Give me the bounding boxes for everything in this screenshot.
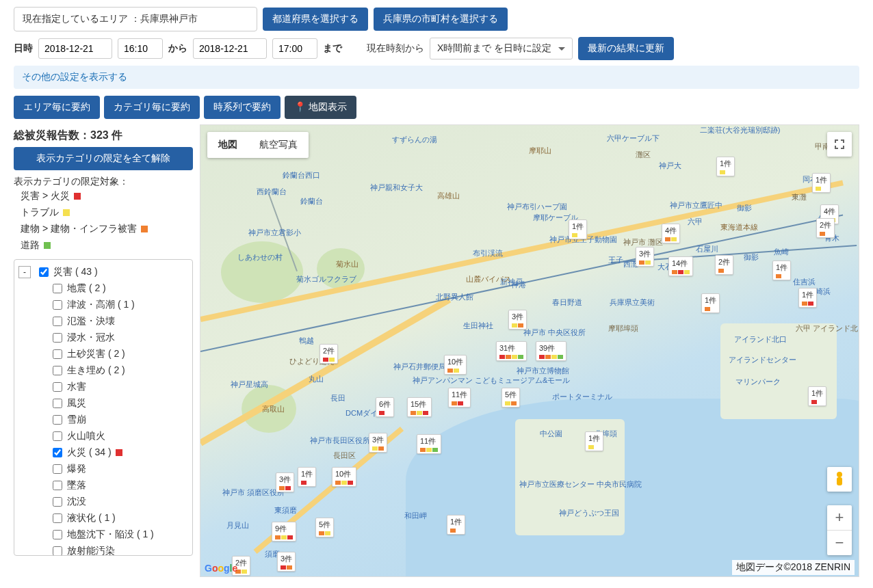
tree-checkbox[interactable] [53, 317, 62, 326]
map-marker[interactable]: 9件 [272, 522, 296, 542]
tree-child-item[interactable]: 火山噴火 [17, 428, 190, 444]
map-marker[interactable]: 15件 [407, 397, 432, 417]
map-marker[interactable]: 1件 [812, 173, 831, 193]
from-time-input[interactable] [118, 38, 163, 59]
tree-checkbox[interactable] [53, 448, 62, 457]
tree-child-item[interactable]: 放射能汚染 [17, 543, 190, 556]
map-place-label: 丸山 [309, 374, 324, 384]
tree-checkbox[interactable] [53, 546, 62, 556]
tree-checkbox[interactable] [53, 513, 62, 523]
tree-toggle[interactable]: - [18, 266, 31, 278]
tree-checkbox[interactable] [53, 415, 62, 425]
tree-checkbox[interactable] [53, 300, 62, 310]
tree-checkbox[interactable] [53, 284, 62, 293]
map-marker[interactable]: 1件 [569, 219, 587, 239]
release-category-button[interactable]: 表示カテゴリの限定を全て解除 [14, 147, 193, 170]
other-settings-toggle[interactable]: その他の設定を表示する [14, 66, 859, 89]
tree-child-item[interactable]: 津波・高潮 ( 1 ) [17, 297, 190, 313]
tree-checkbox[interactable] [53, 366, 62, 375]
legend-item: 道路 [14, 237, 193, 254]
tree-child-item[interactable]: 沈没 [17, 494, 190, 510]
tree-child-item[interactable]: 爆発 [17, 461, 190, 477]
map-marker[interactable]: 6件 [376, 397, 394, 417]
map-marker[interactable]: 39件 [536, 341, 566, 361]
tree-checkbox[interactable] [53, 349, 62, 359]
pegman-icon [833, 471, 846, 487]
tree-root-item[interactable]: -災害 ( 43 ) [17, 264, 190, 280]
map-type-switch[interactable]: 地図 航空写真 [207, 132, 309, 158]
map-marker[interactable]: 1件 [798, 288, 817, 308]
tree-child-item[interactable]: 浸水・冠水 [17, 330, 190, 346]
map-marker[interactable]: 3件 [369, 433, 387, 453]
map-marker[interactable]: 1件 [716, 157, 735, 176]
tree-child-item[interactable]: 雪崩 [17, 412, 190, 428]
map-marker[interactable]: 1件 [808, 386, 826, 406]
tree-child-item[interactable]: 水害 [17, 379, 190, 395]
map-place-label: しあわせの村 [237, 252, 283, 263]
tree-checkbox[interactable] [53, 530, 62, 539]
tree-checkbox[interactable] [39, 267, 49, 277]
select-city-button[interactable]: 兵庫県の市町村を選択する [374, 8, 508, 31]
map-marker[interactable]: 11件 [417, 434, 441, 454]
legend-item: 建物 > 建物・インフラ被害 [14, 221, 193, 237]
tree-checkbox[interactable] [53, 399, 62, 408]
zoom-control[interactable]: + − [827, 505, 852, 555]
category-tree[interactable]: -災害 ( 43 )地震 ( 2 )津波・高潮 ( 1 )氾濫・決壊浸水・冠水土… [14, 259, 193, 556]
map-marker[interactable]: 10件 [332, 467, 356, 487]
map-marker[interactable]: 1件 [298, 467, 316, 487]
to-date-input[interactable] [193, 38, 267, 59]
map-tab-satellite[interactable]: 航空写真 [248, 132, 309, 158]
tree-checkbox[interactable] [53, 382, 62, 392]
tree-child-item[interactable]: 地盤沈下・陥没 ( 1 ) [17, 526, 190, 543]
zoom-out-button[interactable]: − [827, 531, 852, 555]
summary-area-button[interactable]: エリア毎に要約 [14, 96, 100, 119]
map-marker[interactable]: 2件 [816, 218, 835, 238]
map-marker[interactable]: 3件 [276, 472, 294, 492]
map-marker[interactable]: 11件 [448, 388, 471, 407]
map-marker[interactable]: 31件 [496, 341, 527, 361]
from-date-input[interactable] [38, 38, 112, 59]
tree-child-item[interactable]: 土砂災害 ( 2 ) [17, 346, 190, 362]
map-marker[interactable]: 10件 [444, 355, 467, 375]
map-marker[interactable]: 1件 [772, 260, 791, 280]
tree-child-item[interactable]: 氾濫・決壊 [17, 313, 190, 330]
summary-category-button[interactable]: カテゴリ毎に要約 [104, 96, 200, 119]
map-marker[interactable]: 2件 [320, 344, 338, 364]
to-time-input[interactable] [272, 38, 317, 59]
tree-label: 津波・高潮 ( 1 ) [67, 299, 135, 311]
tree-child-item[interactable]: 墜落 [17, 477, 190, 494]
select-prefecture-button[interactable]: 都道府県を選択する [263, 8, 368, 31]
tree-child-item[interactable]: 地震 ( 2 ) [17, 280, 190, 297]
tree-child-item[interactable]: 風災 [17, 395, 190, 412]
map-marker[interactable]: 3件 [636, 247, 654, 267]
map-place-label: マリンパーク [735, 377, 781, 387]
fullscreen-button[interactable] [827, 132, 852, 157]
map[interactable]: すずらんの湯摩耶山六甲ケーブル下灘区二楽荘(大谷光瑞別邸跡)鈴蘭台西口西鈴蘭台鈴… [200, 124, 859, 577]
map-marker[interactable]: 3件 [508, 310, 527, 330]
map-marker[interactable]: 3件 [277, 552, 296, 572]
map-marker[interactable]: 1件 [447, 515, 465, 535]
summary-time-button[interactable]: 時系列で要約 [204, 96, 281, 119]
map-marker[interactable]: 5件 [315, 518, 334, 537]
map-marker[interactable]: 2件 [715, 255, 733, 275]
map-place-label: 灘区 [636, 150, 651, 160]
tree-checkbox[interactable] [53, 431, 62, 441]
map-marker[interactable]: 1件 [585, 431, 603, 451]
tree-child-item[interactable]: 液状化 ( 1 ) [17, 510, 190, 526]
tree-child-item[interactable]: 火災 ( 34 ) [17, 444, 190, 461]
relative-time-select[interactable]: X時間前まで を日時に設定 [430, 38, 573, 59]
tree-checkbox[interactable] [53, 333, 62, 343]
tree-checkbox[interactable] [53, 464, 62, 474]
update-results-button[interactable]: 最新の結果に更新 [578, 37, 674, 60]
tree-checkbox[interactable] [53, 481, 62, 490]
map-marker[interactable]: 14件 [668, 256, 693, 276]
map-show-button[interactable]: 📍 地図表示 [285, 96, 356, 119]
map-marker[interactable]: 4件 [662, 224, 680, 243]
tree-checkbox[interactable] [53, 497, 62, 507]
map-marker[interactable]: 1件 [701, 293, 720, 313]
map-tab-map[interactable]: 地図 [207, 132, 248, 158]
map-marker[interactable]: 5件 [501, 388, 520, 407]
tree-child-item[interactable]: 生き埋め ( 2 ) [17, 362, 190, 379]
zoom-in-button[interactable]: + [827, 505, 852, 531]
streetview-pegman[interactable] [827, 467, 852, 492]
